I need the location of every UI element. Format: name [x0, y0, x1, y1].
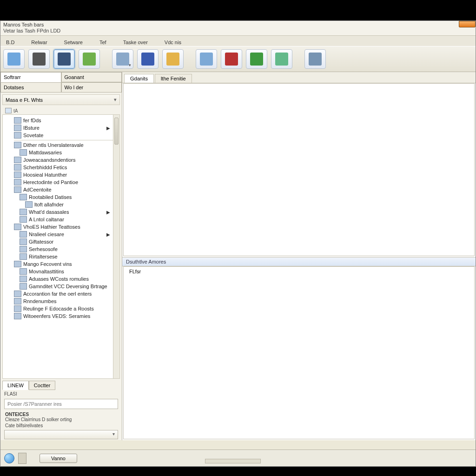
tree-item[interactable]: fer fDds	[4, 117, 119, 124]
tree-item[interactable]: AdCeentoite	[4, 186, 119, 193]
window-close-area[interactable]	[459, 21, 476, 27]
tree-item-icon	[14, 117, 21, 124]
tool-11-icon	[275, 53, 288, 66]
side-tab-dotatses[interactable]: Dotatses	[0, 82, 61, 93]
side-tab-wolder[interactable]: Wo l der	[61, 82, 122, 93]
toolbar-tool-2[interactable]	[28, 49, 50, 69]
toolbar-tool-11[interactable]	[271, 49, 292, 69]
tree-item-label: What'd dasasales	[29, 209, 69, 215]
tree-item-icon	[14, 224, 21, 230]
tool-8-icon	[200, 53, 213, 66]
tree-item-label: Giftatessor	[29, 239, 53, 245]
tool-12-icon	[309, 53, 322, 66]
tree-item-label: IBsture	[23, 125, 40, 131]
tree-item[interactable]: Aduases WCosts romulies	[4, 275, 119, 283]
tree-item-icon	[14, 291, 21, 297]
tree-item[interactable]: Nralieel ciesare▶	[4, 231, 119, 238]
tree-item-icon	[14, 157, 21, 163]
main-tabs: Gdanits lthe Fenitie	[122, 72, 476, 83]
toolbar-tool-1[interactable]	[3, 49, 25, 69]
tree-item[interactable]: Hoosieal Hatunther	[4, 171, 119, 178]
ribbon-tab-1[interactable]: Relwar	[29, 39, 49, 46]
main-lower-content: FLfsr	[123, 266, 475, 439]
tree-container: fer fDdsIBsture▶SovetateDither ntls Uner…	[2, 114, 120, 379]
tree-item[interactable]: Witoeenfers VEDS: Seramies	[4, 312, 119, 320]
tree-item-icon	[20, 276, 27, 282]
tree-item[interactable]: Movnaltasttitins	[4, 268, 119, 275]
ribbon-tab-4[interactable]: Taske over	[121, 39, 150, 46]
tree-item[interactable]: Reulinge F Edocasde a Roosts	[4, 305, 119, 312]
search-input[interactable]	[4, 399, 118, 409]
tree-item[interactable]: Rootabiled Datises	[4, 193, 119, 201]
side-tab-software[interactable]: Softrarr	[0, 72, 61, 82]
tree-item[interactable]: Rnndenumbes	[4, 298, 119, 305]
main-tab-0[interactable]: Gdanits	[124, 74, 154, 83]
menubar[interactable]: Vetar las Tash FPdn LDD	[0, 27, 476, 36]
side-tab-goanant[interactable]: Goanant	[61, 72, 122, 82]
tree-scrollbar[interactable]	[113, 115, 119, 378]
tree-item[interactable]: Mattdawsaries	[4, 149, 119, 156]
toolbar-tool-4[interactable]	[79, 49, 100, 69]
tree-item-icon	[20, 253, 27, 260]
toolbar-tool-9[interactable]	[221, 49, 242, 69]
ribbon-tab-3[interactable]: Tef	[98, 39, 108, 46]
tree-item-icon	[20, 268, 27, 275]
tree-item-icon	[20, 231, 27, 238]
toolbar-tool-5[interactable]	[112, 49, 133, 69]
tree-item-label: Dither ntls Unerslateravale	[23, 142, 84, 148]
tree-item-label: Herectodinte od Pantioe	[23, 179, 78, 185]
tree-item-icon	[14, 172, 21, 178]
tree-item[interactable]: Sovetate	[4, 132, 119, 139]
tree-item[interactable]: Joweacaandsndentiors	[4, 156, 119, 164]
tree-item[interactable]: Accorantion far the oerl enters	[4, 290, 119, 298]
status-device-icon[interactable]	[18, 453, 26, 464]
detail-label: FLfsr	[124, 267, 474, 276]
lower-tab-coctter[interactable]: Coctter	[29, 381, 55, 390]
toolbar-tool-10[interactable]	[246, 49, 267, 69]
tree-item-label: Gamnditet VCC Deversing Brtrage	[29, 284, 107, 289]
tool-6-icon	[141, 53, 154, 66]
toolbar-tool-12[interactable]	[304, 49, 326, 69]
tree-item-label: Aduases WCosts romulies	[29, 276, 89, 282]
ribbon-tab-5[interactable]: Vdc nis	[163, 39, 183, 46]
ribbon-tab-2[interactable]: Setware	[62, 39, 85, 46]
tree-item[interactable]: Serhesosofe	[4, 245, 119, 253]
tree-item[interactable]: Scherbhiddd Fetics	[4, 164, 119, 171]
toolbar	[0, 46, 476, 72]
tree-panel-header[interactable]: Masa e Ft. Whts	[2, 94, 120, 105]
toolbar-tool-3[interactable]	[53, 49, 75, 69]
tree-item[interactable]: Giftatessor	[4, 238, 119, 245]
status-scroll[interactable]	[205, 459, 261, 463]
status-button[interactable]: Vanno	[40, 454, 77, 463]
ribbon-tab-0[interactable]: B.D	[4, 39, 16, 46]
tree-item[interactable]: VhoES Hathier Teattoses	[4, 223, 119, 231]
tree-item[interactable]: Gamnditet VCC Deversing Brtrage	[4, 283, 119, 290]
main-tab-1[interactable]: lthe Fenitie	[155, 74, 192, 83]
tree-item-icon	[20, 149, 27, 156]
lower-line2: Cate bilfsirelivates	[2, 423, 120, 429]
submenu-arrow-icon: ▶	[106, 210, 110, 215]
tree-item-icon	[14, 142, 21, 148]
tree-item[interactable]: IBsture▶	[4, 124, 119, 132]
lower-panel: FLASI ONTEICES Cleaze Clairrinus D solke…	[2, 390, 120, 440]
lower-combo[interactable]	[4, 430, 118, 439]
tree-item[interactable]: Herectodinte od Pantioe	[4, 178, 119, 186]
tree-item-icon	[14, 132, 21, 139]
toolbar-tool-6[interactable]	[137, 49, 159, 69]
tree-item[interactable]: ltoft allafnder	[4, 201, 119, 208]
sidebar: Softrarr Goanant Dotatses Wo l der Masa …	[0, 72, 122, 440]
toolbar-tool-7[interactable]	[162, 49, 184, 69]
tree-item-label: Sovetate	[23, 132, 43, 138]
lower-tab-linew[interactable]: LINEW	[2, 381, 29, 390]
status-globe-icon[interactable]	[4, 453, 14, 463]
tree-item-label: Nralieel ciesare	[29, 231, 64, 237]
tree-item[interactable]: Rirtaltersese	[4, 253, 119, 260]
tree-item[interactable]: Mango Fecovent vins	[4, 260, 119, 268]
tree-item-label: AdCeentoite	[23, 187, 52, 192]
toolbar-tool-8[interactable]	[196, 49, 217, 69]
tree-item[interactable]: A Lntol caltanar	[4, 216, 119, 223]
scrollbar-thumb[interactable]	[114, 118, 119, 145]
tree-item-icon	[20, 216, 27, 223]
tree-item[interactable]: What'd dasasales▶	[4, 208, 119, 216]
tree-item[interactable]: Dither ntls Unerslateravale	[4, 141, 119, 149]
